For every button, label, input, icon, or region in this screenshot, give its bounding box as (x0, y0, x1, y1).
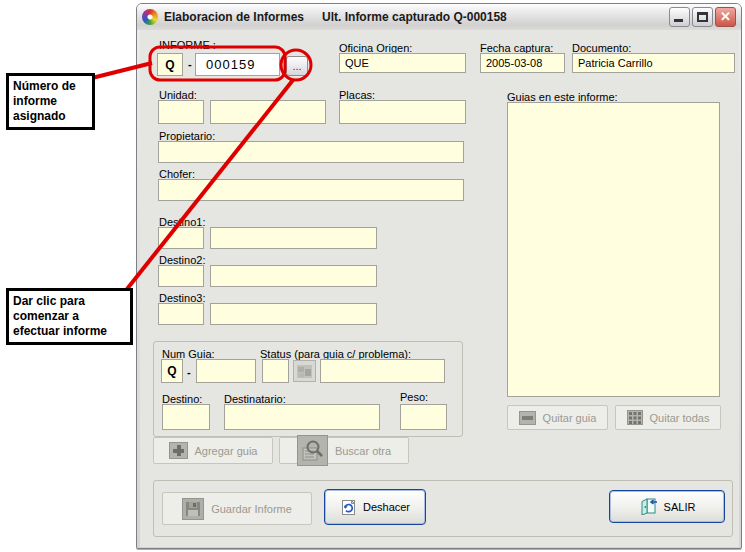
peso-field[interactable] (400, 404, 447, 430)
grid-icon (627, 410, 643, 425)
quitar-guia-button[interactable]: Quitar guia (507, 405, 608, 430)
salir-button[interactable]: SALIR (609, 490, 725, 523)
close-icon: ✕ (716, 8, 735, 26)
deshacer-button[interactable]: Deshacer (324, 489, 426, 525)
picture-icon (297, 365, 312, 378)
unidad-name-field[interactable] (210, 100, 326, 124)
floppy-disk-icon (182, 498, 204, 520)
window-title: Elaboracion de InformesUlt. Informe capt… (164, 10, 507, 24)
destino3-name-field[interactable] (210, 303, 377, 325)
bottom-action-panel: Guardar Informe Deshacer SALIR (153, 480, 733, 537)
magnifier-icon (297, 435, 328, 466)
chofer-field[interactable] (158, 179, 464, 201)
maximize-button[interactable] (692, 7, 713, 27)
propietario-field[interactable] (158, 141, 464, 163)
status-browse-button[interactable] (293, 360, 316, 382)
informe-number-field[interactable] (195, 53, 280, 76)
close-button[interactable]: ✕ (715, 7, 736, 27)
maximize-icon (697, 12, 708, 22)
num-guia-prefix-field[interactable] (161, 359, 183, 383)
informe-prefix-field[interactable] (157, 53, 183, 76)
destinatario-field[interactable] (224, 404, 380, 430)
documento-field[interactable] (572, 53, 735, 73)
guardar-informe-button[interactable]: Guardar Informe (162, 492, 312, 525)
peso-label: Peso: (400, 391, 428, 403)
informe-separator: - (188, 58, 192, 70)
form-client-area: INFORME : - ... Oficina Origen: Fecha ca… (140, 30, 739, 547)
destino2-code-field[interactable] (158, 265, 204, 287)
guia-editor-groupbox: Num Guia: - Status (para guia c/ problem… (153, 341, 463, 437)
agregar-guia-button[interactable]: Agregar guia (153, 437, 273, 464)
destino3-code-field[interactable] (158, 303, 204, 325)
application-window: Elaboracion de InformesUlt. Informe capt… (136, 3, 742, 549)
guias-listbox[interactable] (507, 102, 720, 397)
plus-icon (169, 442, 188, 459)
buscar-otra-button[interactable]: Buscar otra (279, 437, 409, 464)
minus-icon (519, 411, 536, 425)
status-text-field[interactable] (320, 359, 445, 383)
destino2-name-field[interactable] (210, 265, 377, 287)
refresh-document-icon (340, 499, 357, 516)
app-icon (142, 9, 158, 25)
destino1-name-field[interactable] (210, 227, 377, 249)
informe-browse-button[interactable]: ... (286, 56, 308, 76)
informe-label: INFORME : (159, 39, 216, 51)
destino-field[interactable] (162, 404, 210, 430)
placas-field[interactable] (339, 100, 466, 124)
destino1-code-field[interactable] (158, 227, 204, 249)
quitar-todas-button[interactable]: Quitar todas (615, 405, 721, 430)
unidad-code-field[interactable] (158, 100, 204, 124)
status-code-field[interactable] (262, 359, 289, 383)
annotation-dar-clic: Dar clic para comenzar a efectuar inform… (6, 288, 133, 345)
num-guia-separator: - (187, 366, 191, 378)
minimize-icon (674, 19, 683, 22)
annotation-numero-informe: Número de informe asignado (6, 73, 95, 130)
fecha-captura-field[interactable] (480, 53, 565, 73)
minimize-button[interactable] (669, 7, 690, 27)
title-bar[interactable]: Elaboracion de InformesUlt. Informe capt… (137, 4, 741, 30)
num-guia-field[interactable] (196, 359, 256, 383)
oficina-origen-field[interactable] (339, 53, 466, 73)
exit-door-icon (639, 498, 658, 515)
